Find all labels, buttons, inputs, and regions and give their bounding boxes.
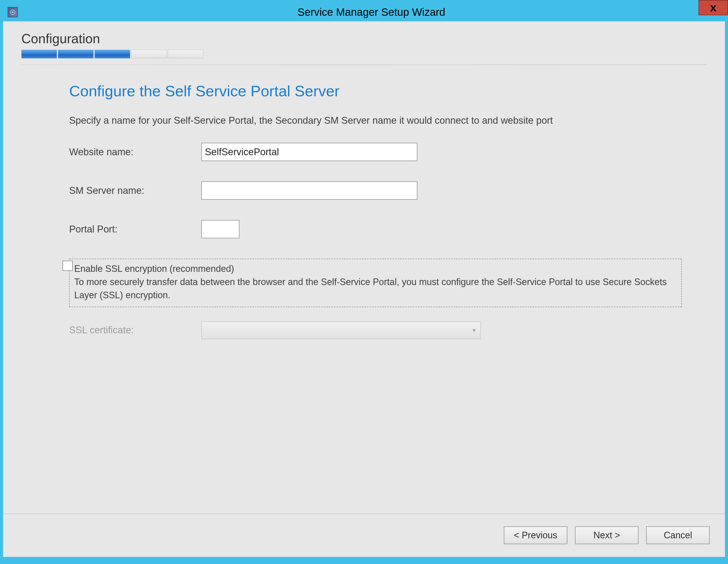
next-button[interactable]: Next >	[575, 526, 639, 544]
previous-button-label: < Previous	[514, 530, 557, 541]
website-name-label: Website name:	[69, 147, 201, 158]
svg-point-1	[12, 11, 13, 13]
progress-segment	[58, 50, 94, 58]
progress-segment	[168, 50, 203, 58]
divider	[21, 65, 707, 65]
ssl-certificate-dropdown[interactable]: ▾	[201, 321, 481, 339]
sm-server-input[interactable]	[201, 182, 417, 200]
enable-ssl-label: Enable SSL encryption (recommended)	[74, 262, 677, 276]
close-button[interactable]: x	[699, 0, 728, 15]
portal-port-row: Portal Port:	[69, 220, 682, 238]
sm-server-row: SM Server name:	[69, 182, 682, 200]
progress-segment	[131, 50, 167, 58]
page-title: Configure the Self Service Portal Server	[69, 82, 682, 100]
header-section: Configuration	[3, 21, 725, 70]
enable-ssl-checkbox[interactable]	[63, 261, 73, 271]
section-title: Configuration	[21, 31, 707, 46]
ssl-certificate-row: SSL certificate: ▾	[69, 321, 682, 339]
close-icon: x	[710, 1, 716, 14]
setup-wizard-window: Service Manager Setup Wizard x Configura…	[0, 0, 728, 560]
progress-segment	[21, 50, 57, 58]
website-name-row: Website name:	[69, 143, 682, 161]
progress-segment	[95, 50, 130, 58]
next-button-label: Next >	[593, 530, 620, 541]
client-area: Configuration Configure the Self Service…	[3, 21, 725, 557]
chevron-down-icon: ▾	[468, 322, 480, 339]
previous-button[interactable]: < Previous	[504, 526, 567, 544]
portal-port-input[interactable]	[201, 220, 239, 238]
ssl-description: To more securely transfer data between t…	[74, 276, 677, 302]
window-title: Service Manager Setup Wizard	[18, 6, 725, 18]
cancel-button-label: Cancel	[664, 530, 692, 541]
footer-buttons: < Previous Next > Cancel	[3, 514, 725, 557]
app-icon	[8, 7, 18, 17]
ssl-group: Enable SSL encryption (recommended) To m…	[69, 259, 682, 307]
page-instruction: Specify a name for your Self-Service Por…	[69, 115, 682, 126]
progress-bar	[21, 50, 707, 58]
sm-server-label: SM Server name:	[69, 185, 201, 196]
cancel-button[interactable]: Cancel	[646, 526, 710, 544]
website-name-input[interactable]	[201, 143, 417, 161]
portal-port-label: Portal Port:	[69, 224, 201, 235]
ssl-certificate-label: SSL certificate:	[69, 325, 201, 335]
main-content: Configure the Self Service Portal Server…	[3, 70, 725, 513]
title-bar: Service Manager Setup Wizard x	[3, 3, 725, 21]
